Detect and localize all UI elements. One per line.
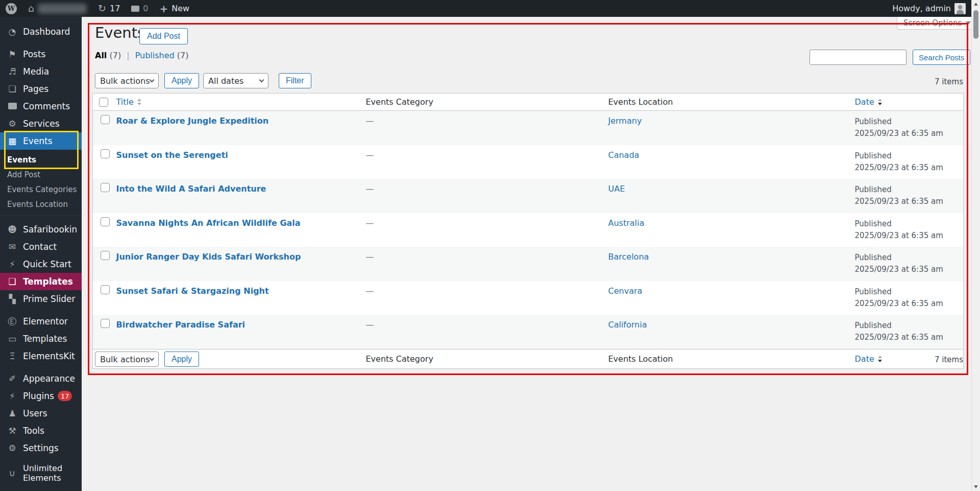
templates-icon: ▭: [6, 335, 18, 343]
plus-icon: +: [160, 4, 168, 14]
event-date: Published2025/09/23 at 6:35 am: [850, 281, 964, 315]
event-title-link[interactable]: Junior Ranger Day Kids Safari Workshop: [116, 252, 301, 262]
event-location-link[interactable]: UAE: [608, 184, 625, 194]
row-checkbox[interactable]: [101, 183, 110, 192]
event-title-link[interactable]: Savanna Nights An African Wildlife Gala: [116, 218, 301, 228]
sidebar-item-label: Elementor: [23, 316, 68, 326]
filter-button[interactable]: Filter: [279, 73, 311, 88]
comments-icon: [8, 103, 17, 109]
new-content-button[interactable]: + New: [154, 0, 195, 17]
search-input[interactable]: [810, 50, 906, 65]
sidebar-item-users[interactable]: ♟Users: [0, 405, 82, 422]
sidebar-item-contact[interactable]: ✉Contact: [0, 238, 82, 255]
sort-by-date-link[interactable]: Date: [855, 354, 882, 364]
wordpress-logo-menu[interactable]: W: [0, 0, 22, 17]
sidebar-item-templates[interactable]: ▭Templates: [0, 330, 82, 347]
howdy-account-menu[interactable]: Howdy, admin: [887, 0, 971, 17]
sidebar-item-safaribooking[interactable]: ☻Safaribooking: [0, 221, 82, 238]
sidebar-item-plugins[interactable]: ⚡Plugins17: [0, 387, 82, 405]
sidebar-item-templates-highlighted[interactable]: ❑Templates: [0, 273, 82, 290]
screen-options-tab[interactable]: Screen Options: [897, 17, 977, 30]
sidebar-item-partial-bottom-item[interactable]: ●: [0, 486, 82, 491]
sidebar-item-label: Contact: [23, 242, 57, 252]
plugins-icon: ⚡: [6, 392, 18, 401]
sidebar-item-label: Safaribooking: [23, 224, 77, 235]
all-dates-select[interactable]: All dates: [203, 73, 268, 88]
sidebar-item-elementskit[interactable]: ΞElementsKit: [0, 347, 82, 365]
event-location-link[interactable]: Barcelona: [608, 252, 649, 262]
posts-table-wrap: Title Events Category Events Location Da…: [92, 93, 964, 369]
event-location-link[interactable]: Jermany: [608, 116, 642, 126]
table-body: Roar & Explore Jungle Expedition—Jermany…: [93, 111, 964, 349]
sidebar-item-pages[interactable]: ❏Pages: [0, 80, 82, 98]
submenu-item-events-location[interactable]: Events Location: [0, 197, 82, 212]
sidebar-item-elementor[interactable]: ⒺElementor: [0, 313, 82, 330]
site-menu[interactable]: ⌂: [22, 0, 92, 17]
sidebar-item-tools[interactable]: ⚒Tools: [0, 422, 82, 439]
sidebar-item-comments[interactable]: Comments: [0, 98, 82, 115]
submenu-item-events[interactable]: Events: [0, 153, 82, 168]
event-location-link[interactable]: Australia: [608, 218, 645, 228]
sidebar-item-label: Pages: [23, 84, 48, 94]
row-checkbox[interactable]: [101, 319, 110, 328]
add-post-button[interactable]: Add Post: [139, 28, 188, 44]
filter-published-link[interactable]: Published: [135, 51, 175, 60]
row-checkbox[interactable]: [101, 285, 110, 294]
event-location-link[interactable]: Cenvara: [608, 286, 643, 296]
event-title-link[interactable]: Birdwatcher Paradise Safari: [116, 320, 246, 330]
apply-button-bottom[interactable]: Apply: [164, 352, 199, 367]
sidebar-item-label: ElementsKit: [23, 351, 75, 361]
prime-slider-icon: ▚: [6, 295, 18, 303]
row-checkbox[interactable]: [101, 149, 110, 158]
scroll-down-arrow-icon[interactable]: [974, 485, 978, 488]
filter-all-link[interactable]: All: [95, 51, 107, 60]
sidebar-item-label: Prime Slider: [23, 294, 76, 304]
comments-indicator[interactable]: 0: [126, 0, 154, 17]
bulk-actions-select[interactable]: Bulk actions: [95, 73, 159, 88]
submenu-item-add-post[interactable]: Add Post: [0, 168, 82, 182]
column-events-category: Events Category: [361, 349, 603, 368]
sidebar-item-prime-slider[interactable]: ▚Prime Slider: [0, 290, 82, 308]
apply-button[interactable]: Apply: [164, 73, 199, 88]
sidebar-item-quick-start[interactable]: ⚡Quick Start: [0, 255, 82, 273]
bulk-actions-select-bottom[interactable]: Bulk actions: [95, 352, 159, 367]
scrollbar-thumb[interactable]: [973, 10, 978, 39]
event-title-link[interactable]: Sunset Safari & Stargazing Night: [116, 286, 269, 296]
row-checkbox[interactable]: [101, 115, 110, 124]
submenu-item-events-categories[interactable]: Events Categories: [0, 182, 82, 197]
scrollbar[interactable]: [971, 0, 980, 491]
event-title-link[interactable]: Roar & Explore Jungle Expedition: [116, 116, 269, 126]
users-icon: ♟: [6, 409, 18, 418]
sidebar-item-dashboard[interactable]: ◔Dashboard: [0, 23, 82, 40]
sidebar-item-label: Quick Start: [23, 259, 71, 269]
sidebar-item-appearance[interactable]: ✐Appearance: [0, 370, 82, 387]
event-location-link[interactable]: Canada: [608, 150, 640, 160]
event-location-link[interactable]: California: [608, 320, 647, 330]
scroll-up-arrow-icon[interactable]: [974, 3, 978, 6]
event-date: Published2025/09/23 at 6:35 am: [850, 145, 964, 179]
sidebar-item-services[interactable]: ⚙Services: [0, 115, 82, 132]
event-title-link[interactable]: Sunset on the Serengeti: [116, 150, 228, 160]
sidebar-item-events[interactable]: ▦Events: [0, 132, 82, 150]
wordpress-logo-icon: W: [6, 3, 17, 14]
sort-arrows-icon: [878, 99, 882, 105]
safaribooking-icon: ☻: [6, 225, 18, 234]
settings-icon: ⚙: [6, 444, 18, 453]
search-posts-button[interactable]: Search Posts: [913, 50, 970, 65]
sidebar-item-media[interactable]: ♬Media: [0, 63, 82, 80]
menu-separator: [0, 308, 82, 313]
updates-indicator[interactable]: ↻ 17: [92, 0, 126, 17]
menu-separator: [0, 216, 82, 221]
sidebar-item-unlimited-elements[interactable]: ∪Unlimited Elements: [0, 462, 82, 484]
row-checkbox[interactable]: [101, 251, 110, 260]
event-title-link[interactable]: Into the Wild A Safari Adventure: [116, 184, 266, 194]
filter-all-count: (7): [109, 51, 121, 60]
table-row: Junior Ranger Day Kids Safari Workshop—B…: [93, 247, 964, 281]
sidebar-item-settings[interactable]: ⚙Settings: [0, 439, 82, 457]
contact-icon: ✉: [6, 243, 18, 251]
sort-by-title-link[interactable]: Title: [116, 97, 141, 107]
row-checkbox[interactable]: [101, 217, 110, 226]
sort-by-date-link[interactable]: Date: [855, 97, 882, 107]
select-all-checkbox[interactable]: [99, 98, 108, 107]
sidebar-item-posts[interactable]: ⚑Posts: [0, 45, 82, 63]
